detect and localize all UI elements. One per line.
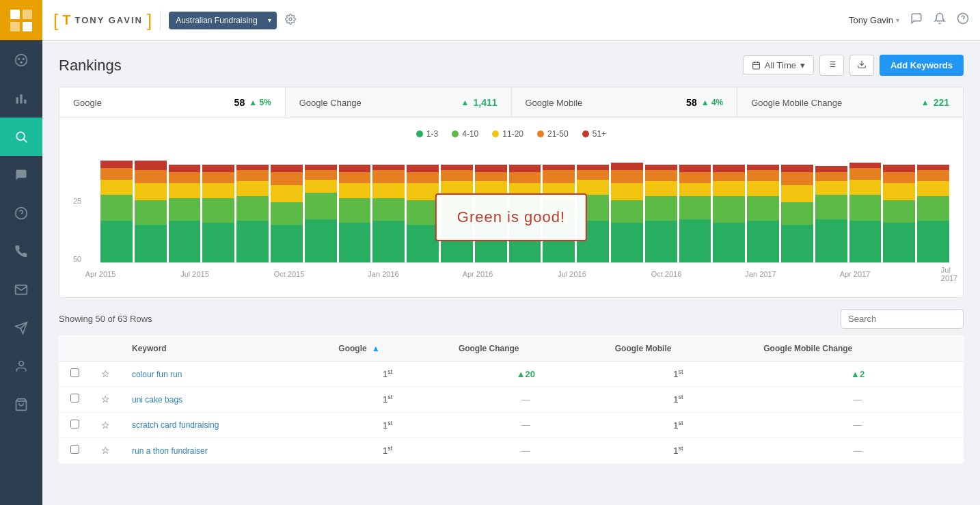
svg-point-6 bbox=[23, 58, 25, 60]
bar[interactable] bbox=[713, 165, 745, 262]
bar-group bbox=[339, 147, 371, 262]
bar[interactable] bbox=[883, 165, 915, 262]
page-content: Rankings All Time ▾ Add Keywords Google bbox=[42, 41, 980, 505]
bar[interactable] bbox=[135, 161, 167, 262]
messages-icon[interactable] bbox=[910, 12, 923, 28]
google-mobile-badge: ▲ 4% bbox=[701, 98, 724, 107]
row-checkbox[interactable] bbox=[70, 368, 79, 377]
stat-tab-gchange-value: ▲ 1,411 bbox=[461, 97, 498, 108]
bar[interactable] bbox=[815, 166, 847, 262]
bar-segment bbox=[645, 170, 677, 182]
comment-icon[interactable] bbox=[0, 156, 42, 194]
bar[interactable] bbox=[169, 165, 201, 262]
bar-segment bbox=[339, 165, 371, 172]
keyword-link[interactable]: scratch card fundraising bbox=[132, 420, 219, 430]
bar-segment bbox=[917, 181, 949, 196]
bar-group bbox=[372, 147, 405, 262]
stat-tab-google-mobile[interactable]: Google Mobile 58 ▲ 4% bbox=[512, 87, 738, 118]
x-label: Apr 2015 bbox=[85, 270, 116, 278]
user-icon[interactable] bbox=[0, 347, 42, 385]
bar[interactable] bbox=[339, 165, 371, 262]
bar[interactable] bbox=[100, 161, 133, 262]
stat-tab-gmchange-value: ▲ 221 bbox=[921, 97, 949, 108]
row-checkbox[interactable] bbox=[70, 394, 79, 402]
bar-segment bbox=[441, 165, 473, 170]
bar-group bbox=[611, 147, 643, 262]
chart-icon[interactable] bbox=[0, 79, 42, 118]
bar[interactable] bbox=[645, 165, 677, 262]
stat-tab-gmobile-label: Google Mobile bbox=[526, 98, 583, 108]
keyword-link[interactable]: run a thon fundraiser bbox=[132, 446, 208, 456]
bar-segment bbox=[883, 223, 915, 262]
row-star-cell[interactable]: ☆ bbox=[90, 361, 121, 387]
bar[interactable] bbox=[202, 165, 234, 262]
bar[interactable] bbox=[747, 165, 779, 262]
table-search[interactable] bbox=[841, 309, 964, 329]
project-selector-wrap[interactable]: Australian Fundraising bbox=[169, 12, 277, 29]
svg-rect-10 bbox=[24, 100, 26, 104]
row-checkbox[interactable] bbox=[70, 420, 79, 428]
question-icon[interactable] bbox=[957, 12, 969, 28]
project-selector[interactable]: Australian Fundraising bbox=[169, 12, 277, 29]
th-checkbox bbox=[59, 336, 91, 361]
settings-button[interactable] bbox=[285, 14, 296, 27]
all-time-label: All Time bbox=[765, 60, 796, 70]
bar-group bbox=[135, 147, 167, 262]
bar-segment bbox=[611, 163, 643, 170]
help-icon[interactable] bbox=[0, 194, 42, 232]
data-table: Keyword Google ▲ Google Change Google Mo… bbox=[59, 336, 964, 463]
row-google: 1st bbox=[327, 361, 448, 387]
legend-dot-51 bbox=[582, 131, 589, 137]
bar-segment bbox=[475, 165, 507, 172]
phone-icon[interactable] bbox=[0, 232, 42, 271]
mail-icon[interactable] bbox=[0, 271, 42, 309]
bag-icon[interactable] bbox=[0, 385, 42, 424]
user-chevron: ▾ bbox=[896, 16, 899, 24]
sort-icon: ▲ bbox=[372, 344, 380, 353]
green-tooltip: Green is good! bbox=[435, 193, 587, 241]
row-star-cell[interactable]: ☆ bbox=[90, 412, 121, 437]
stat-tab-google-change[interactable]: Google Change ▲ 1,411 bbox=[286, 87, 512, 118]
stats-tabs: Google 58 ▲ 5% Google Change ▲ 1,411 Goo… bbox=[59, 87, 964, 118]
search-icon-nav[interactable] bbox=[0, 118, 42, 156]
x-label: Jan 2016 bbox=[368, 270, 398, 278]
bar[interactable] bbox=[271, 165, 303, 262]
row-google-change: — bbox=[448, 437, 604, 463]
download-button[interactable] bbox=[849, 55, 874, 76]
send-icon[interactable] bbox=[0, 309, 42, 347]
bar-segment bbox=[135, 183, 167, 200]
time-filter-button[interactable]: All Time ▾ bbox=[743, 55, 814, 75]
row-star-cell[interactable]: ☆ bbox=[90, 437, 121, 463]
th-google[interactable]: Google ▲ bbox=[327, 336, 448, 361]
bar-segment bbox=[169, 198, 201, 221]
add-keywords-button[interactable]: Add Keywords bbox=[880, 55, 964, 76]
bell-icon[interactable] bbox=[934, 12, 946, 28]
bar[interactable] bbox=[679, 165, 711, 262]
bar[interactable] bbox=[305, 165, 337, 262]
bar[interactable] bbox=[849, 163, 882, 262]
stat-tab-google-mobile-change[interactable]: Google Mobile Change ▲ 221 bbox=[737, 87, 963, 118]
palette-icon[interactable] bbox=[0, 41, 42, 79]
bar[interactable] bbox=[372, 165, 405, 262]
keyword-link[interactable]: colour fun run bbox=[132, 370, 182, 379]
tooltip-text: Green is good! bbox=[457, 208, 565, 226]
bar-group bbox=[883, 147, 915, 262]
legend-label-4-10: 4-10 bbox=[462, 129, 478, 139]
bar[interactable] bbox=[781, 165, 813, 262]
keyword-link[interactable]: uni cake bags bbox=[132, 395, 182, 405]
stat-tab-google[interactable]: Google 58 ▲ 5% bbox=[59, 87, 286, 118]
page-title: Rankings bbox=[59, 57, 122, 74]
bar[interactable] bbox=[917, 165, 949, 262]
bar-segment bbox=[475, 172, 507, 182]
row-checkbox[interactable] bbox=[70, 445, 79, 454]
user-menu[interactable]: Tony Gavin ▾ bbox=[849, 15, 899, 25]
bar[interactable] bbox=[236, 165, 269, 262]
row-google-mobile-change: — bbox=[752, 412, 963, 437]
bar[interactable] bbox=[611, 163, 643, 262]
main-content: [ T TONY GAVIN ] Australian Fundraising … bbox=[42, 0, 980, 505]
bar[interactable] bbox=[407, 165, 439, 262]
bar-segment bbox=[100, 168, 133, 180]
row-star-cell[interactable]: ☆ bbox=[90, 387, 121, 412]
columns-button[interactable] bbox=[819, 55, 844, 76]
x-label: Apr 2017 bbox=[840, 270, 871, 278]
